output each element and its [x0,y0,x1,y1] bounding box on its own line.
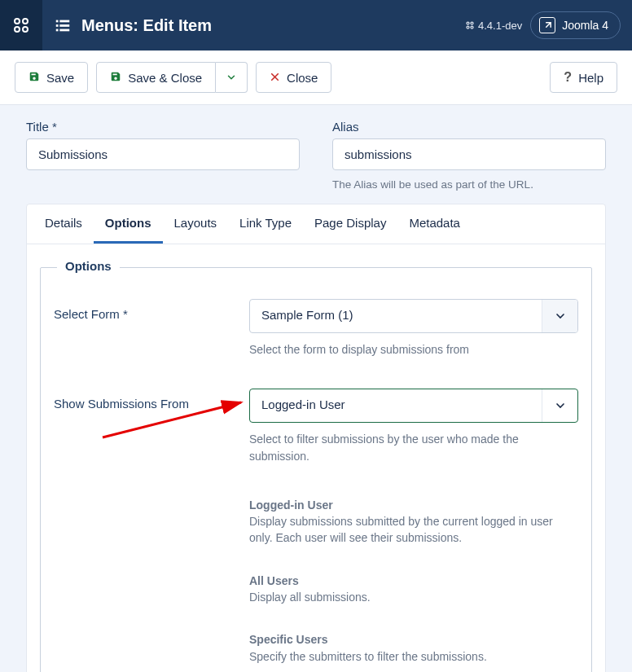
chevron-down-icon [226,72,237,83]
version-badge: 4.4.1-dev [465,20,522,32]
top-bar: Menus: Edit Item 4.4.1-dev Joomla 4 [0,0,632,51]
joomla-icon [11,15,31,35]
svg-point-11 [471,22,473,24]
title-label: Title * [26,120,300,134]
svg-point-13 [471,26,473,29]
svg-rect-5 [56,24,59,27]
options-fieldset: Options Select Form * Sample Form (1) Se… [40,267,592,672]
show-from-hint: Select to filter submissions by the user… [249,431,578,464]
tab-page-display[interactable]: Page Display [303,204,397,244]
option-title: Specific Users [249,633,328,646]
tabs: Details Options Layouts Link Type Page D… [27,204,605,244]
title-input[interactable] [26,138,300,170]
option-title: Logged-in User [249,499,333,512]
external-link-icon [539,17,555,33]
save-dropdown-button[interactable] [216,62,248,93]
brand-logo[interactable] [0,0,42,51]
tab-options[interactable]: Options [94,204,163,244]
alias-input[interactable] [332,138,606,170]
svg-point-2 [15,27,20,32]
toolbar: Save Save & Close Close ? Help [0,51,632,105]
tab-card: Details Options Layouts Link Type Page D… [26,204,606,672]
show-from-label: Show Submissions From [54,389,233,665]
tab-metadata[interactable]: Metadata [397,204,472,244]
svg-rect-6 [56,29,59,32]
alias-label: Alias [332,120,606,134]
form-header: Title * Alias The Alias will be used as … [0,105,632,191]
help-icon: ? [564,70,572,85]
svg-rect-4 [56,20,59,23]
select-form-dropdown[interactable]: Sample Form (1) [249,299,578,333]
chevron-down-icon [542,389,577,422]
save-close-group: Save & Close [96,62,248,93]
chevron-down-icon [542,300,577,332]
svg-rect-8 [59,24,69,27]
option-desc: Display submissions submitted by the cur… [249,513,578,547]
svg-point-0 [15,19,20,24]
page-title: Menus: Edit Item [81,16,212,35]
close-button[interactable]: Close [256,62,331,93]
save-icon [110,71,121,85]
option-title: All Users [249,574,299,587]
svg-point-12 [467,26,469,29]
svg-point-1 [23,19,28,24]
svg-rect-9 [59,29,69,32]
select-form-label: Select Form * [54,299,233,358]
help-button[interactable]: ? Help [550,62,617,93]
save-icon [29,71,40,85]
option-desc: Display all submissions. [249,589,578,605]
select-form-hint: Select the form to display submissions f… [249,341,578,358]
svg-point-3 [23,27,28,32]
option-desc: Specify the submitters to filter the sub… [249,648,578,665]
frontend-link[interactable]: Joomla 4 [530,11,621,39]
tab-link-type[interactable]: Link Type [228,204,303,244]
close-icon [270,71,280,85]
show-from-dropdown[interactable]: Logged-in User [249,389,578,423]
svg-rect-7 [59,20,69,23]
svg-point-10 [467,22,469,24]
tab-layouts[interactable]: Layouts [163,204,229,244]
save-button[interactable]: Save [15,62,88,93]
list-icon [54,16,72,34]
fieldset-legend: Options [57,259,120,273]
joomla-mini-icon [465,20,475,30]
tab-details[interactable]: Details [33,204,94,244]
save-close-button[interactable]: Save & Close [96,62,216,93]
alias-hint: The Alias will be used as part of the UR… [332,178,606,191]
